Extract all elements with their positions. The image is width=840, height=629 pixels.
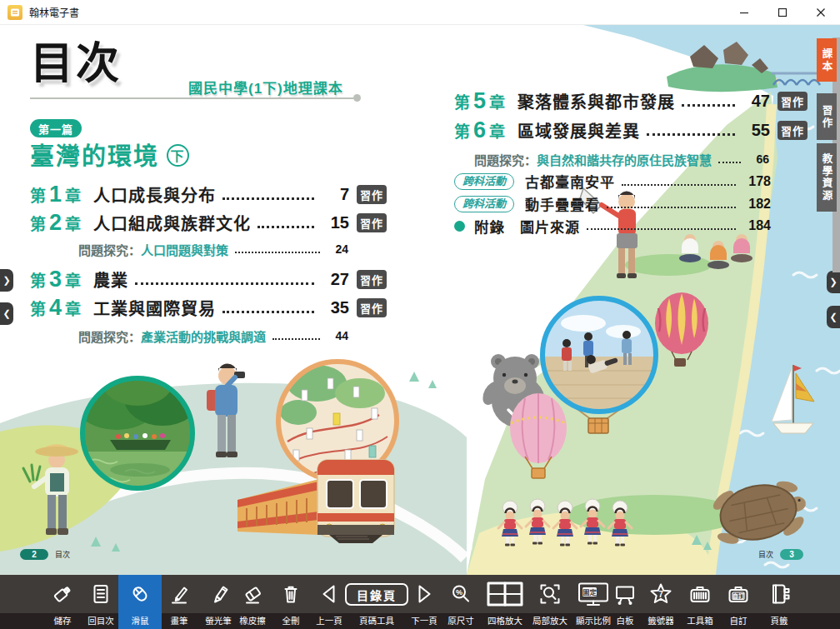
toc-chapter-row[interactable]: 第3章農業27習作 <box>30 265 387 293</box>
appendix-page-number: 184 <box>742 218 771 233</box>
tool-original-size[interactable]: % 原尺寸 <box>439 575 482 629</box>
triangle-left-icon <box>317 577 342 612</box>
tool-page-tabs[interactable]: 頁籤 <box>758 575 801 629</box>
inquiry-page-number: 24 <box>327 242 348 256</box>
appendix-label: 附錄 <box>474 216 505 237</box>
chapter-label: 第2章 <box>30 210 81 236</box>
close-button[interactable] <box>802 0 840 24</box>
tool-back-to-toc[interactable]: 回目次 <box>79 575 122 629</box>
mouse-icon <box>128 577 152 612</box>
eraser-icon <box>240 577 265 612</box>
toc-chapter-row[interactable]: 第5章聚落體系與都市發展47習作 <box>454 87 808 116</box>
dot-leader <box>718 162 741 163</box>
workbook-badge[interactable]: 習作 <box>357 185 387 204</box>
chapter-label: 第5章 <box>454 88 505 114</box>
chapter-title: 人口組成與族群文化 <box>93 211 251 235</box>
right-page-footer: 目次 3 <box>758 549 803 560</box>
tool-pen[interactable]: 畫筆 <box>158 575 201 629</box>
highlighter-icon <box>206 577 231 612</box>
tool-mouse[interactable]: 滑鼠 <box>118 575 162 629</box>
maximize-button[interactable] <box>763 0 802 24</box>
chapter-title: 區域發展與差異 <box>518 118 640 142</box>
header-divider <box>30 97 353 99</box>
bottom-toolbar: 儲存 回目次 滑鼠 畫筆 螢光筆 橡皮擦 全刪 上一頁 <box>0 575 840 629</box>
tool-area-zoom[interactable]: 局部放大 <box>528 575 572 629</box>
inquiry-label: 問題探究： <box>78 327 141 345</box>
chapter-label: 第1章 <box>30 182 81 207</box>
left-page-footer: 2 目次 <box>20 549 70 560</box>
left-edge-back-button[interactable]: ❮ <box>0 302 13 325</box>
toc-appendix-row[interactable]: 附錄圖片來源184 <box>454 215 808 237</box>
triangle-right-icon <box>412 577 437 612</box>
toc-activity-row[interactable]: 跨科活動古都臺南安平178 <box>454 170 808 192</box>
chapter-label: 第3章 <box>30 267 81 292</box>
chapter-page-number: 7 <box>321 185 349 204</box>
workbook-badge[interactable]: 習作 <box>778 121 808 140</box>
svg-text:自訂: 自訂 <box>732 592 744 600</box>
dot-leader <box>222 311 314 313</box>
right-edge-forward-button[interactable]: ❯ <box>827 271 840 293</box>
dot-leader <box>647 133 735 136</box>
chapter-title: 聚落體系與都市發展 <box>518 89 675 113</box>
toc-list-icon <box>88 577 113 612</box>
maximize-icon <box>778 7 788 17</box>
appendix-title: 圖片來源 <box>520 216 580 237</box>
toc-chapter-row[interactable]: 第4章工業與國際貿易35習作 <box>30 293 387 322</box>
toc-chapter-row[interactable]: 第2章人口組成與族群文化15習作 <box>30 208 387 237</box>
book-subtitle: 國民中學(1下)地理課本 <box>188 77 343 97</box>
tool-quad-zoom[interactable]: 四格放大 <box>480 575 530 629</box>
toc-activity-row[interactable]: 跨科活動動手疊疊看182 <box>454 192 808 215</box>
tool-toolbox[interactable]: 工具箱 <box>678 575 722 629</box>
area-magnifier-icon <box>538 577 562 612</box>
left-edge-forward-button[interactable]: ❯ <box>0 269 13 292</box>
toc-inquiry-row[interactable]: 問題探究：與自然和諧共存的原住民族智慧66 <box>474 148 808 170</box>
right-footer-label: 目次 <box>758 549 773 560</box>
usb-save-icon <box>50 577 75 612</box>
chapter-page-number: 47 <box>742 92 770 111</box>
cross-subject-badge: 跨科活動 <box>454 196 514 212</box>
tab-workbook[interactable]: 習作 <box>817 93 837 140</box>
inquiry-label: 問題探究： <box>474 151 537 168</box>
page-title: 目次 <box>30 42 122 85</box>
inquiry-title: 與自然和諧共存的原住民族智慧 <box>537 151 712 168</box>
minimize-icon <box>739 7 749 17</box>
toc-left-column: 第1章人口成長與分布7習作第2章人口組成與族群文化15習作問題探究：人口問題與對… <box>30 180 387 347</box>
dot-leader <box>235 252 320 253</box>
tool-page-number[interactable]: 目錄頁 頁碼工具 <box>342 575 412 629</box>
chapter-title: 農業 <box>93 267 128 292</box>
tool-custom[interactable]: 自訂 自訂 <box>717 575 760 629</box>
custom-case-icon: 自訂 <box>726 577 751 612</box>
svg-text:固定: 固定 <box>582 588 598 597</box>
right-edge-back-button[interactable]: ❮ <box>827 306 840 328</box>
tab-teaching-resources[interactable]: 教學資源 <box>817 143 837 212</box>
street-dance-photo <box>542 298 656 412</box>
part-badge: 第一篇 <box>30 119 82 137</box>
workbook-badge[interactable]: 習作 <box>778 92 808 111</box>
dot-leader <box>222 197 314 200</box>
left-page-number: 2 <box>20 549 48 560</box>
left-footer-label: 目次 <box>55 549 70 560</box>
trash-icon <box>278 577 303 612</box>
page-number-button[interactable]: 目錄頁 <box>345 583 408 606</box>
workbook-badge[interactable]: 習作 <box>357 270 387 289</box>
toc-chapter-row[interactable]: 第6章區域發展與差異55習作 <box>454 116 808 145</box>
tool-eraser[interactable]: 橡皮擦 <box>231 575 274 629</box>
toc-inquiry-row[interactable]: 問題探究：人口問題與對策24 <box>78 238 387 260</box>
activity-title: 動手疊疊看 <box>525 193 600 214</box>
minimize-button[interactable] <box>725 0 763 24</box>
workbook-badge[interactable]: 習作 <box>357 213 387 232</box>
section-title: 臺灣的環境 下 <box>30 137 189 172</box>
activity-title: 古都臺南安平 <box>525 171 615 192</box>
tool-number-picker[interactable]: 7 籤號器 <box>639 575 682 629</box>
toc-inquiry-row[interactable]: 問題探究：產業活動的挑戰與調適44 <box>78 325 387 347</box>
close-icon <box>816 7 826 17</box>
workbook-badge[interactable]: 習作 <box>357 298 387 317</box>
tab-textbook[interactable]: 課本 <box>817 38 837 82</box>
toc-chapter-row[interactable]: 第1章人口成長與分布7習作 <box>30 180 387 208</box>
tool-delete-all[interactable]: 全刪 <box>269 575 312 629</box>
tool-save[interactable]: 儲存 <box>41 575 84 629</box>
dot-leader <box>622 184 736 186</box>
pen-icon <box>167 577 192 612</box>
dot-leader <box>258 226 314 228</box>
app-window: 翰林電子書 <box>0 0 840 629</box>
